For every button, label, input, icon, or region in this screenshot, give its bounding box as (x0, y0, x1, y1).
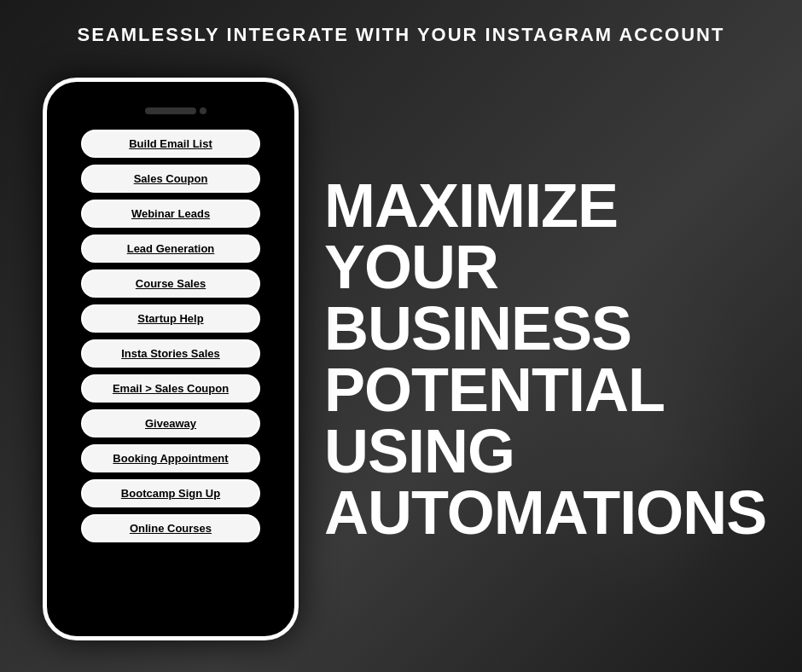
menu-list: Build Email ListSales CouponWebinar Lead… (64, 130, 277, 542)
hero-line2: YOUR BUSINESS (324, 236, 776, 359)
header-title: SEAMLESSLY INTEGRATE WITH YOUR INSTAGRAM… (26, 24, 776, 46)
header: SEAMLESSLY INTEGRATE WITH YOUR INSTAGRAM… (0, 0, 802, 55)
menu-button-7[interactable]: Email > Sales Coupon (81, 374, 260, 403)
phone-mockup: Build Email ListSales CouponWebinar Lead… (43, 78, 299, 640)
menu-button-3[interactable]: Lead Generation (81, 235, 260, 263)
hero-line3: POTENTIAL (324, 359, 776, 420)
menu-button-9[interactable]: Booking Appointment (81, 444, 260, 472)
hero-line1: MAXIMIZE (324, 175, 776, 236)
menu-button-10[interactable]: Bootcamp Sign Up (81, 479, 260, 507)
hero-line4: USING (324, 420, 776, 482)
hero-text: MAXIMIZE YOUR BUSINESS POTENTIAL USING A… (324, 175, 776, 543)
menu-button-6[interactable]: Insta Stories Sales (81, 339, 260, 368)
right-content: MAXIMIZE YOUR BUSINESS POTENTIAL USING A… (316, 175, 776, 543)
page-wrapper: SEAMLESSLY INTEGRATE WITH YOUR INSTAGRAM… (0, 0, 802, 672)
menu-button-8[interactable]: Giveaway (81, 409, 260, 437)
phone-notch (145, 107, 196, 114)
menu-button-1[interactable]: Sales Coupon (81, 165, 260, 193)
menu-button-11[interactable]: Online Courses (81, 514, 260, 542)
menu-button-5[interactable]: Startup Help (81, 304, 260, 333)
hero-line5: AUTOMATIONS (324, 482, 776, 543)
menu-button-2[interactable]: Webinar Leads (81, 200, 260, 228)
main-area: Build Email ListSales CouponWebinar Lead… (0, 55, 802, 672)
menu-button-0[interactable]: Build Email List (81, 130, 260, 158)
menu-button-4[interactable]: Course Sales (81, 269, 260, 298)
